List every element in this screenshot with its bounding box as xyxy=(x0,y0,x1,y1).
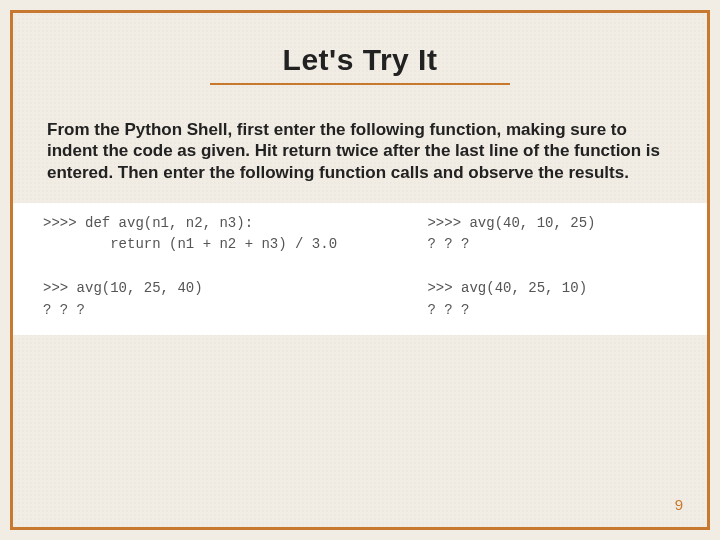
slide-frame: Let's Try It From the Python Shell, firs… xyxy=(10,10,710,530)
slide-title: Let's Try It xyxy=(13,43,707,77)
title-underline xyxy=(210,83,510,85)
code-right-column: >>>> avg(40, 10, 25) ? ? ? >>> avg(40, 2… xyxy=(427,213,677,321)
slide-body-text: From the Python Shell, first enter the f… xyxy=(47,119,673,183)
page-number: 9 xyxy=(675,496,683,513)
code-block: >>>> def avg(n1, n2, n3): return (n1 + n… xyxy=(13,203,707,335)
code-left-column: >>>> def avg(n1, n2, n3): return (n1 + n… xyxy=(43,213,367,321)
